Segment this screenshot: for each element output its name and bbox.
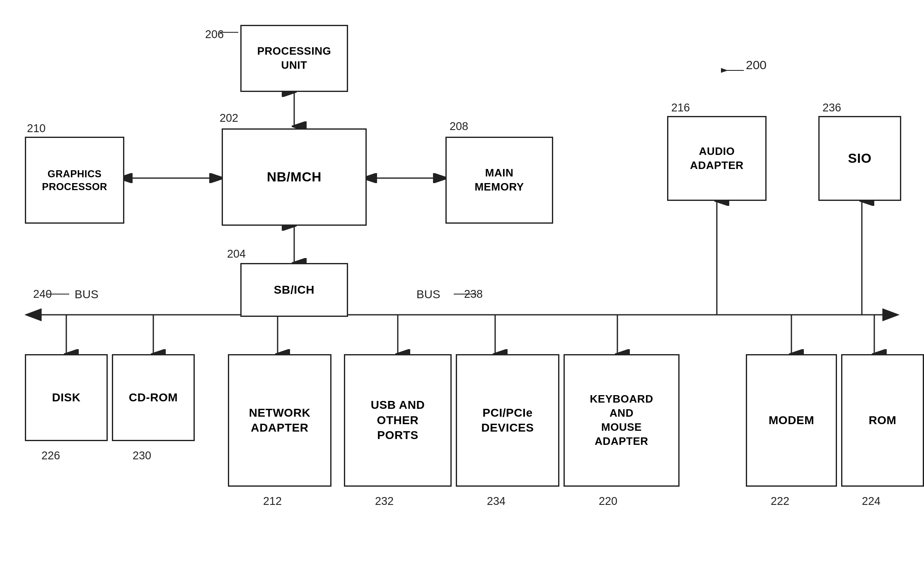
label-200: 200 xyxy=(746,58,767,72)
processing-unit-box: PROCESSINGUNIT xyxy=(240,25,348,92)
sio-box: SIO xyxy=(818,116,901,201)
usb-ports-box: USB ANDOTHERPORTS xyxy=(344,354,452,487)
sb-ich-box: SB/ICH xyxy=(240,263,348,317)
modem-box: MODEM xyxy=(746,354,837,487)
graphics-processor-box: GRAPHICSPROCESSOR xyxy=(25,137,124,224)
label-212: 212 xyxy=(263,495,282,508)
label-216: 216 xyxy=(671,101,690,114)
label-208: 208 xyxy=(450,120,468,133)
svg-marker-9 xyxy=(25,309,41,321)
label-220: 220 xyxy=(599,495,617,508)
disk-box: DISK xyxy=(25,354,108,441)
network-adapter-box: NETWORKADAPTER xyxy=(228,354,331,487)
rom-box: ROM xyxy=(841,354,924,487)
diagram: { "diagram": { "title": "Computer Archit… xyxy=(0,0,924,572)
nb-mch-box: NB/MCH xyxy=(222,128,367,226)
svg-marker-10 xyxy=(883,309,899,321)
audio-adapter-box: AUDIOADAPTER xyxy=(667,116,767,201)
label-210: 210 xyxy=(27,122,46,135)
main-memory-box: MAINMEMORY xyxy=(445,137,553,224)
label-224: 224 xyxy=(862,495,880,508)
label-230: 230 xyxy=(133,449,151,462)
cd-rom-box: CD-ROM xyxy=(112,354,195,441)
pci-devices-box: PCI/PCIeDEVICES xyxy=(456,354,559,487)
label-202: 202 xyxy=(220,112,238,125)
label-204: 204 xyxy=(227,248,246,261)
keyboard-adapter-box: KEYBOARDANDMOUSEADAPTER xyxy=(564,354,680,487)
bus-label-right: BUS xyxy=(416,288,440,301)
label-226: 226 xyxy=(41,449,60,462)
label-232: 232 xyxy=(375,495,394,508)
bus-label-left: BUS xyxy=(75,288,99,301)
label-234: 234 xyxy=(487,495,506,508)
label-236: 236 xyxy=(822,101,841,114)
label-222: 222 xyxy=(771,495,789,508)
